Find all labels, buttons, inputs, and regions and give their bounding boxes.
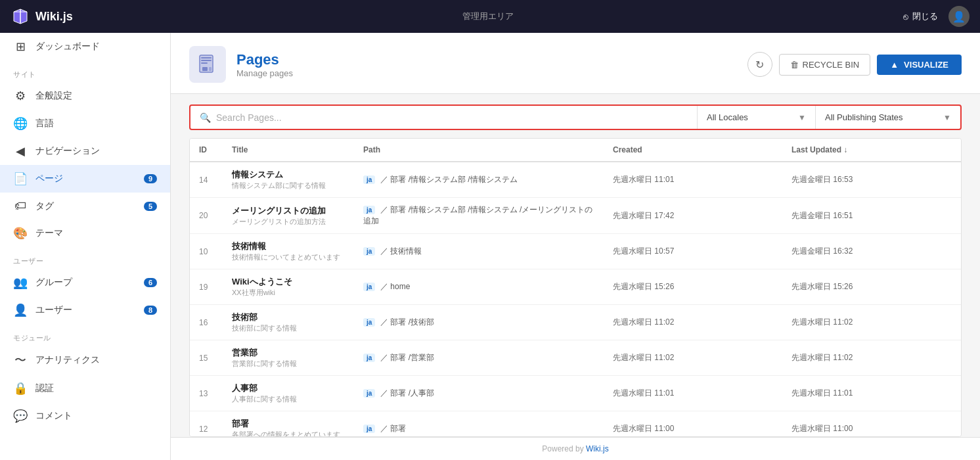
sidebar-item-tags[interactable]: 🏷 タグ 5 [0,193,170,219]
pages-header-icon [197,54,218,75]
cell-path: ja ／ 技術情報 [354,234,604,269]
cell-title-sub: 技術部に関する情報 [232,323,345,333]
lock-icon: 🔒 [13,381,28,396]
table-row[interactable]: 20 メーリングリストの追加 メーリングリストの追加方法 ja ／ 部署 /情報… [190,198,961,234]
page-subtitle: Manage pages [236,68,737,78]
cell-path-text: ／ 部署 /人事部 [380,388,434,398]
cell-updated: 先週金曜日 16:53 [782,162,961,198]
sidebar-item-navigation[interactable]: ◀ ナビゲーション [0,137,170,165]
cell-title: 情報システム 情報システム部に関する情報 [223,162,354,198]
logo-icon [11,7,30,26]
table-row[interactable]: 15 営業部 営業部に関する情報 ja ／ 部署 /営業部 先週水曜日 11:0… [190,340,961,376]
cell-created: 先週水曜日 11:02 [604,340,782,376]
cell-id: 10 [190,234,223,269]
comments-icon: 💬 [13,409,28,423]
svg-rect-4 [202,67,208,71]
table-header-row: ID Title Path Created Last Updated ↓ [190,139,961,162]
cell-title-main: Wikiへようこそ [232,276,345,288]
cell-created: 先週水曜日 11:01 [604,162,782,198]
cell-title-sub: メーリングリストの追加方法 [232,217,345,227]
cell-path-text: ／ 技術情報 [380,246,422,256]
table-row[interactable]: 13 人事部 人事部に関する情報 ja ／ 部署 /人事部 先週水曜日 11:0… [190,376,961,411]
recycle-bin-button[interactable]: 🗑 RECYCLE BIN [779,54,871,76]
lang-badge: ja [363,389,375,398]
locales-filter[interactable]: All Locales ▼ [698,106,816,129]
svg-rect-2 [201,60,212,61]
avatar[interactable]: 👤 [948,6,969,27]
groups-icon: 👥 [13,275,28,290]
col-title: Title [223,139,354,162]
cell-id: 14 [190,162,223,198]
sidebar-label-dashboard: ダッシュボード [35,41,100,53]
cell-id: 20 [190,198,223,234]
lang-badge: ja [363,354,375,362]
table-row[interactable]: 14 情報システム 情報システム部に関する情報 ja ／ 部署 /情報システム部… [190,162,961,198]
page-header-icon [189,46,226,83]
avatar-icon: 👤 [952,11,966,23]
sidebar-item-language[interactable]: 🌐 言語 [0,110,170,137]
table-row[interactable]: 16 技術部 技術部に関する情報 ja ／ 部署 /技術部 先週水曜日 11:0… [190,305,961,340]
cell-id: 19 [190,269,223,305]
cell-title-sub: 人事部に関する情報 [232,394,345,404]
sidebar-item-dashboard[interactable]: ⊞ ダッシュボード [0,33,170,60]
sidebar-item-general[interactable]: ⚙ 全般設定 [0,82,170,110]
sidebar-item-analytics[interactable]: 〜 アナリティクス [0,346,170,375]
sidebar-item-groups[interactable]: 👥 グループ 6 [0,269,170,296]
col-created: Created [604,139,782,162]
publishing-select[interactable]: All Publishing States [825,112,938,122]
cell-created: 先週水曜日 11:02 [604,305,782,340]
svg-rect-1 [201,57,212,58]
sidebar-section-site: サイト [0,60,170,82]
cell-title-sub: 情報システム部に関する情報 [232,181,345,191]
cell-updated: 先週水曜日 11:02 [782,305,961,340]
sidebar-item-theme[interactable]: 🎨 テーマ [0,219,170,247]
visualize-label: VISUALIZE [904,60,948,70]
page-header-actions: ↻ 🗑 RECYCLE BIN ▲ VISUALIZE [747,52,962,77]
globe-icon: 🌐 [13,116,28,131]
publishing-filter[interactable]: All Publishing States ▼ [816,106,960,129]
cell-updated: 先週水曜日 11:00 [782,411,961,438]
refresh-button[interactable]: ↻ [747,52,772,77]
topbar: Wiki.js 管理用エリア ⎋ 閉じる 👤 [0,0,980,33]
app-title: Wiki.js [35,10,73,24]
cell-title: メーリングリストの追加 メーリングリストの追加方法 [223,198,354,234]
sidebar-label-theme: テーマ [35,227,63,239]
tags-icon: 🏷 [13,199,28,213]
table-row[interactable]: 12 部署 各部署への情報をまとめています ja ／ 部署 先週水曜日 11:0… [190,411,961,438]
gear-icon: ⚙ [13,89,28,103]
cell-title: Wikiへようこそ XX社専用wiki [223,269,354,305]
table-row[interactable]: 10 技術情報 技術情報についてまとめています ja ／ 技術情報 先週水曜日 … [190,234,961,269]
cell-title-sub: XX社専用wiki [232,288,345,298]
visualize-button[interactable]: ▲ VISUALIZE [877,55,962,75]
cell-updated: 先週水曜日 11:02 [782,340,961,376]
cell-created: 先週水曜日 11:00 [604,411,782,438]
cell-created: 先週水曜日 11:01 [604,376,782,411]
sidebar-label-auth: 認証 [35,382,54,394]
theme-icon: 🎨 [13,226,28,241]
cell-title-main: 情報システム [232,169,345,181]
close-button[interactable]: ⎋ 閉じる [903,11,938,22]
cell-path-text: ／ home [380,282,410,291]
cell-id: 15 [190,340,223,376]
sidebar-item-comments[interactable]: 💬 コメント [0,402,170,430]
search-input[interactable] [216,112,688,123]
cell-title-sub: 営業部に関する情報 [232,359,345,369]
cell-path-text: ／ 部署 [380,424,406,433]
sidebar: ⊞ ダッシュボード サイト ⚙ 全般設定 🌐 言語 ◀ ナビゲーション 📄 ペー… [0,33,171,460]
sidebar-label-general: 全般設定 [35,90,72,102]
search-icon: 🔍 [200,112,211,123]
cell-id: 13 [190,376,223,411]
locales-select[interactable]: All Locales [707,112,793,122]
col-last-updated: Last Updated ↓ [782,139,961,162]
nav-icon: ◀ [13,144,28,158]
table-row[interactable]: 19 Wikiへようこそ XX社専用wiki ja ／ home 先週水曜日 1… [190,269,961,305]
sidebar-item-pages[interactable]: 📄 ページ 9 [0,165,170,193]
sidebar-item-users[interactable]: 👤 ユーザー 8 [0,296,170,324]
page-title: Pages [236,51,737,68]
footer-link[interactable]: Wiki.js [586,444,609,453]
cell-title: 技術部 技術部に関する情報 [223,305,354,340]
cell-path: ja ／ 部署 /情報システム部 /情報システム [354,162,604,198]
sidebar-item-auth[interactable]: 🔒 認証 [0,375,170,402]
lang-badge: ja [363,318,375,327]
sidebar-label-groups: グループ [35,277,72,288]
